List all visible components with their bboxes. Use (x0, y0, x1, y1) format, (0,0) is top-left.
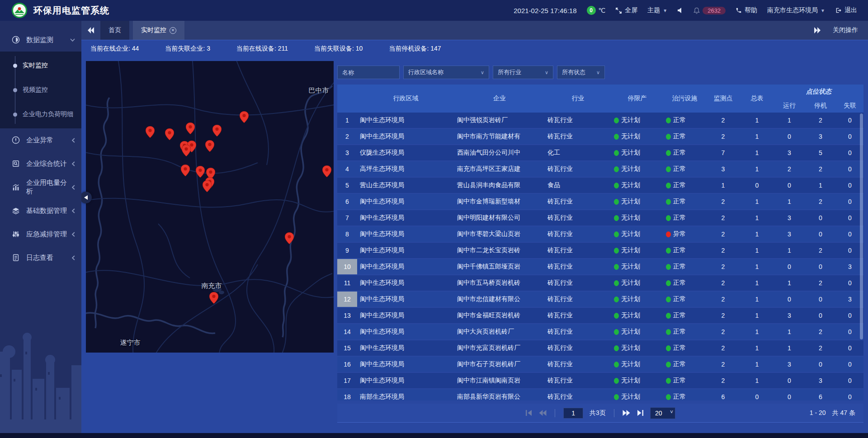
table-row-10[interactable]: 10阆中生态环境局阆中千佛镇五郎垭页岩砖瓦行业无计划正常21003 (337, 259, 863, 274)
sidebar-item-0[interactable]: 数据监测 (0, 28, 81, 52)
table-row-4[interactable]: 4高坪生态环境局南充市高坪区王家店建砖瓦行业无计划正常31220 (337, 161, 863, 177)
cell-meters: 1 (740, 340, 774, 356)
status-dot-green (666, 394, 671, 400)
sidebar-subitem-0-1[interactable]: 视频监控 (0, 78, 81, 102)
notifications-widget[interactable]: 2632 (693, 7, 726, 14)
logout-button[interactable]: 退出 (835, 6, 857, 14)
tabs-scroll-left-button[interactable] (81, 21, 100, 40)
map-pin-7[interactable] (182, 145, 191, 156)
table-row-7[interactable]: 7阆中生态环境局阆中明阳建材有限公司砖瓦行业无计划正常21300 (337, 210, 863, 226)
cell-rownum: 2 (337, 129, 357, 144)
table-row-11[interactable]: 11阆中生态环境局阆中市五马桥页岩机砖砖瓦行业无计划正常21120 (337, 275, 863, 291)
sidebar-item-4[interactable]: 基础数据管理 (0, 199, 81, 222)
tab-1[interactable]: 实时监控✕ (133, 21, 184, 40)
cell-limit-status: 无计划 (611, 178, 663, 193)
status-text: 正常 (673, 246, 686, 254)
column-header-2[interactable]: 行业 (545, 85, 611, 113)
sidebar-subitem-0-2[interactable]: 企业电力负荷明细 (0, 102, 81, 127)
table-row-6[interactable]: 6阆中生态环境局阆中市金博瑞新型墙材砖瓦行业无计划正常21120 (337, 194, 863, 209)
last-page-button[interactable] (637, 410, 644, 416)
name-filter-input[interactable] (337, 66, 400, 79)
theme-dropdown[interactable]: 主题▼ (647, 6, 667, 14)
cell-facility-status: 正常 (663, 373, 706, 388)
map-pin-9[interactable] (181, 165, 190, 176)
map-pin-10[interactable] (196, 166, 205, 178)
status-text: 正常 (673, 214, 686, 222)
cell-facility-status: 正常 (663, 194, 706, 209)
volume-button[interactable] (677, 7, 684, 14)
last-page-icon (637, 410, 644, 416)
cell-rownum: 14 (337, 324, 357, 339)
map-pin-15[interactable] (285, 232, 294, 244)
cell-offline: 0 (836, 340, 863, 356)
table-row-16[interactable]: 16阆中生态环境局阆中市石子页岩机砖厂砖瓦行业无计划正常21300 (337, 357, 863, 372)
sidebar-subitem-0-0[interactable]: 实时监控 (0, 53, 81, 78)
column-subheader-0[interactable]: 运行 (774, 99, 805, 113)
column-header-3[interactable]: 停限产 (611, 85, 663, 113)
fullscreen-button[interactable]: 全屏 (615, 6, 637, 14)
table-row-14[interactable]: 14阆中生态环境局阆中大兴页岩机砖厂砖瓦行业无计划正常21120 (337, 324, 863, 339)
table-row-2[interactable]: 2阆中生态环境局阆中市南方节能建材有砖瓦行业无计划正常21030 (337, 129, 863, 144)
industry-filter-select[interactable]: 所有行业∨ (493, 66, 553, 79)
cell-rownum: 3 (337, 145, 357, 160)
column-subheader-2[interactable]: 失联 (836, 99, 863, 113)
prev-page-button[interactable] (539, 410, 547, 416)
status-text: 无计划 (621, 360, 640, 368)
table-row-12[interactable]: 12阆中生态环境局阆中市忠信建材有限公砖瓦行业无计划正常21003 (337, 292, 863, 307)
sidebar-item-1[interactable]: 企业异常 (0, 128, 81, 152)
map-pin-3[interactable] (212, 125, 222, 137)
map-pin-4[interactable] (240, 111, 249, 123)
table-row-18[interactable]: 18南部生态环境局南部县新华页岩有限公砖瓦行业无计划正常60060 (337, 389, 863, 400)
bell-icon (693, 7, 700, 14)
sidebar-item-2[interactable]: 企业综合统计 (0, 152, 81, 175)
page-size-select[interactable]: 20 (650, 407, 675, 419)
table-row-17[interactable]: 17阆中生态环境局阆中市江南镇阆南页岩砖瓦行业无计划正常21030 (337, 373, 863, 388)
cell-limit-status: 无计划 (611, 373, 663, 388)
table-row-5[interactable]: 5营山生态环境局营山县润丰肉食品有限食品无计划正常10010 (337, 178, 863, 193)
first-page-button[interactable] (525, 410, 533, 416)
column-header-1[interactable]: 企业 (454, 85, 545, 113)
status-text: 正常 (673, 165, 686, 173)
table-row-1[interactable]: 1阆中生态环境局阆中强锐页岩砖厂砖瓦行业无计划正常21120 (337, 113, 863, 128)
table-row-13[interactable]: 13阆中生态环境局阆中市金福旺页岩机砖砖瓦行业无计划正常21300 (337, 308, 863, 323)
map-collapse-handle[interactable] (80, 192, 92, 203)
page-number-input[interactable] (563, 408, 583, 419)
status-filter-select[interactable]: 所有状态∨ (557, 66, 605, 79)
map-pin-13[interactable] (203, 180, 212, 192)
map-pin-14[interactable] (322, 165, 331, 177)
close-operations-button[interactable]: 关闭操作 (833, 26, 858, 34)
table-row-15[interactable]: 15阆中生态环境局阆中市光富页岩机砖厂砖瓦行业无计划正常21120 (337, 340, 863, 356)
tab-0[interactable]: 首页 (100, 21, 129, 40)
column-header-0[interactable]: 行政区域 (357, 85, 454, 113)
column-subheader-1[interactable]: 停机 (805, 99, 836, 113)
region-filter-select[interactable]: 行政区域名称∨ (403, 66, 489, 79)
sidebar-item-6[interactable]: 日志查看 (0, 246, 81, 269)
map-panel[interactable]: 巴中市南充市遂宁市 (86, 61, 334, 353)
status-dot-green (666, 264, 671, 270)
status-text: 正常 (673, 311, 686, 320)
help-button[interactable]: 帮助 (736, 6, 757, 14)
map-pin-2[interactable] (186, 122, 195, 134)
sidebar-item-3[interactable]: 企业用电量分析 (0, 175, 81, 199)
map-pin-0[interactable] (146, 126, 155, 138)
status-dot-green (614, 345, 619, 351)
org-dropdown[interactable]: 南充市生态环境局▼ (767, 6, 825, 14)
tab-close-icon[interactable]: ✕ (170, 27, 176, 34)
column-header-4[interactable]: 治污设施 (663, 85, 706, 113)
column-header-5[interactable]: 监测点 (706, 85, 740, 113)
table-scrollbar[interactable] (860, 113, 863, 339)
cell-stopped: 2 (805, 161, 836, 177)
cell-limit-status: 无计划 (611, 292, 663, 307)
double-chevron-right-icon[interactable] (814, 27, 821, 33)
cell-meters: 0 (740, 178, 774, 193)
table-row-8[interactable]: 8阆中生态环境局阆中市枣碧大梁山页岩砖瓦行业无计划异常21300 (337, 226, 863, 242)
next-page-button[interactable] (623, 410, 630, 416)
map-pin-8[interactable] (205, 140, 214, 152)
map-pin-16[interactable] (209, 292, 218, 304)
map-pin-1[interactable] (165, 128, 174, 140)
sidebar-item-5[interactable]: 应急减排管理 (0, 222, 81, 246)
table-row-9[interactable]: 9阆中生态环境局阆中市二龙长宝页岩砖砖瓦行业无计划正常21120 (337, 243, 863, 258)
table-row-3[interactable]: 3仪陇生态环境局西南油气田分公司川中化工无计划正常71350 (337, 145, 863, 160)
column-header-6[interactable]: 总表 (740, 85, 774, 113)
cell-region: 南部生态环境局 (357, 389, 454, 400)
